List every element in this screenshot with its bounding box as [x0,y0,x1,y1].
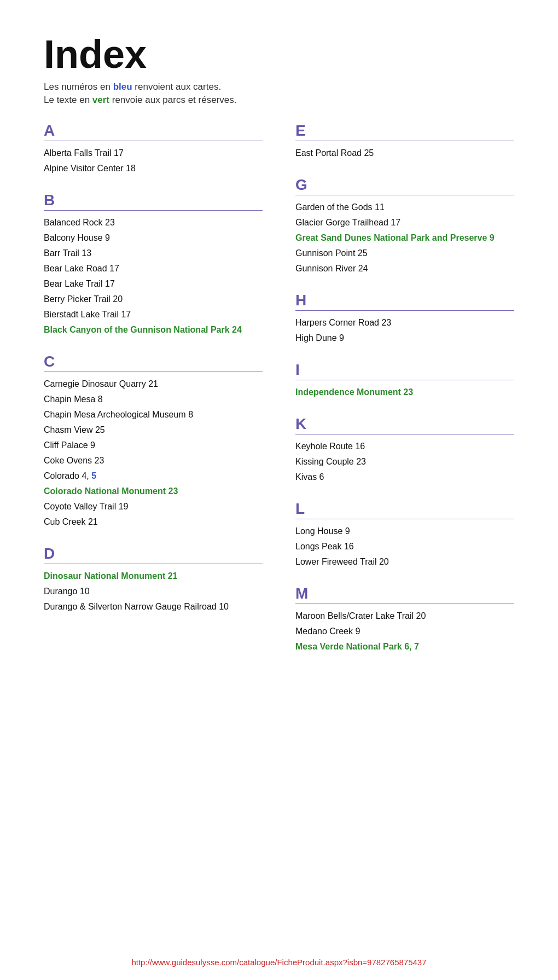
section-letter: A [44,122,263,141]
list-item: Chapin Mesa 8 [44,392,263,407]
list-item: Chapin Mesa Archeological Museum 8 [44,407,263,422]
right-column: EEast Portal Road 25GGarden of the Gods … [295,122,514,670]
section-letter: C [44,353,263,372]
section-c: CCarnegie Dinosaur Quarry 21Chapin Mesa … [44,353,263,530]
list-item: Chasm View 25 [44,422,263,438]
section-k: KKeyhole Route 16Kissing Couple 23Kivas … [295,415,514,485]
list-item: Alberta Falls Trail 17 [44,146,263,161]
list-item: Kivas 6 [295,469,514,485]
list-item: High Dune 9 [295,330,514,346]
list-item: Cliff Palace 9 [44,438,263,453]
list-item: Balcony House 9 [44,230,263,246]
list-item: Carnegie Dinosaur Quarry 21 [44,376,263,392]
list-item: Glacier Gorge Trailhead 17 [295,215,514,230]
page-title: Index [44,33,514,76]
list-item: Durango 10 [44,584,263,599]
index-columns: AAlberta Falls Trail 17Alpine Visitor Ce… [44,122,514,670]
section-letter: G [295,176,514,195]
subtitle-parks: Le texte en vert renvoie aux parcs et ré… [44,95,514,106]
section-letter: I [295,361,514,380]
section-letter: B [44,192,263,211]
list-item: Berry Picker Trail 20 [44,292,263,307]
subtitle-maps: Les numéros en bleu renvoient aux cartes… [44,82,514,92]
list-item: Gunnison River 24 [295,261,514,276]
list-item: Coyote Valley Trail 19 [44,499,263,514]
list-item: Barr Trail 13 [44,246,263,261]
list-item: Cub Creek 21 [44,514,263,530]
section-a: AAlberta Falls Trail 17Alpine Visitor Ce… [44,122,263,176]
list-item: Bear Lake Road 17 [44,261,263,276]
list-item: Coke Ovens 23 [44,453,263,468]
list-item: Dinosaur National Monument 21 [44,569,263,584]
section-letter: L [295,500,514,519]
list-item: Maroon Bells/Crater Lake Trail 20 [295,608,514,624]
section-l: LLong House 9Longs Peak 16Lower Fireweed… [295,500,514,570]
list-item: Gunnison Point 25 [295,246,514,261]
section-letter: E [295,122,514,141]
section-m: MMaroon Bells/Crater Lake Trail 20Medano… [295,585,514,654]
list-item: Black Canyon of the Gunnison National Pa… [44,322,263,338]
section-d: DDinosaur National Monument 21Durango 10… [44,545,263,614]
section-letter: H [295,292,514,311]
list-item: Harpers Corner Road 23 [295,315,514,330]
list-item: Kissing Couple 23 [295,454,514,469]
list-item: Bear Lake Trail 17 [44,276,263,292]
list-item: Medano Creek 9 [295,624,514,639]
list-item: Mesa Verde National Park 6, 7 [295,639,514,654]
list-item: Keyhole Route 16 [295,439,514,454]
section-e: EEast Portal Road 25 [295,122,514,161]
section-letter: K [295,415,514,434]
section-letter: D [44,545,263,564]
list-item: Garden of the Gods 11 [295,200,514,215]
section-h: HHarpers Corner Road 23High Dune 9 [295,292,514,346]
list-item: East Portal Road 25 [295,146,514,161]
section-letter: M [295,585,514,604]
list-item: Independence Monument 23 [295,385,514,400]
list-item: Long House 9 [295,524,514,539]
left-column: AAlberta Falls Trail 17Alpine Visitor Ce… [44,122,263,670]
list-item: Alpine Visitor Center 18 [44,161,263,176]
list-item: Colorado 4, 5 [44,468,263,484]
list-item: Colorado National Monument 23 [44,484,263,499]
list-item: Great Sand Dunes National Park and Prese… [295,230,514,246]
list-item: Bierstadt Lake Trail 17 [44,307,263,322]
list-item: Durango & Silverton Narrow Gauge Railroa… [44,599,263,614]
list-item: Balanced Rock 23 [44,215,263,230]
footer-url[interactable]: http://www.guidesulysse.com/catalogue/Fi… [0,958,558,967]
section-g: GGarden of the Gods 11Glacier Gorge Trai… [295,176,514,276]
list-item: Lower Fireweed Trail 20 [295,554,514,570]
list-item: Longs Peak 16 [295,539,514,554]
section-b: BBalanced Rock 23Balcony House 9Barr Tra… [44,192,263,338]
section-i: IIndependence Monument 23 [295,361,514,400]
